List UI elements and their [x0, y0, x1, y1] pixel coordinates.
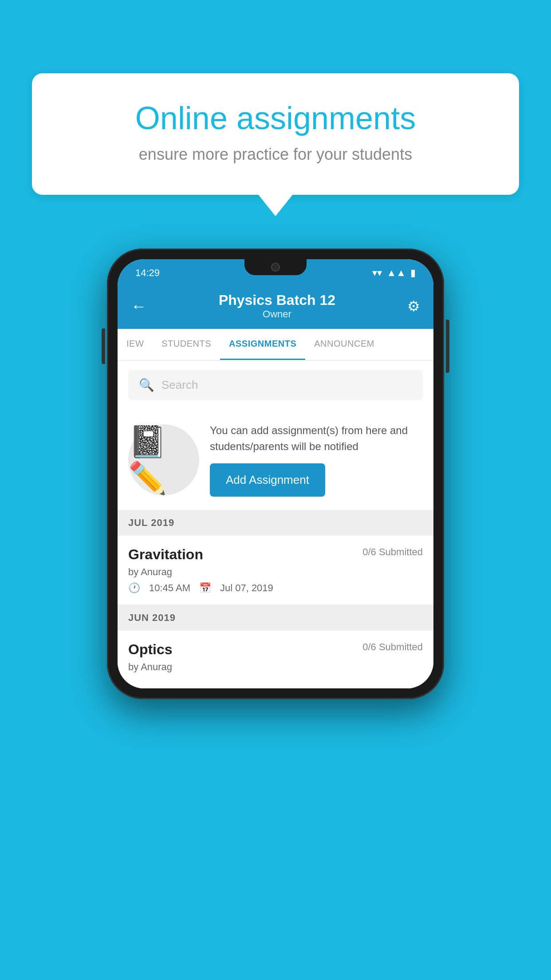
promo-text: You can add assignment(s) from here and … — [210, 423, 423, 454]
assignment-row1: Gravitation 0/6 Submitted — [128, 546, 423, 563]
assignment-time: 10:45 AM — [149, 582, 190, 594]
volume-button — [102, 328, 105, 364]
time-icon: 🕐 — [128, 582, 140, 594]
bubble-title: Online assignments — [63, 100, 488, 136]
assignment-item-optics[interactable]: Optics 0/6 Submitted by Anurag — [118, 631, 433, 688]
search-container: 🔍 Search — [118, 361, 433, 409]
assignment-name: Gravitation — [128, 546, 203, 563]
search-placeholder: Search — [161, 378, 198, 392]
assignment-name-optics: Optics — [128, 641, 173, 658]
tab-announcements[interactable]: ANNOUNCEM — [305, 329, 383, 360]
tab-students[interactable]: STUDENTS — [153, 329, 220, 360]
assignment-author: by Anurag — [128, 566, 423, 578]
calendar-icon: 📅 — [199, 582, 211, 594]
section-header-jun: JUN 2019 — [118, 605, 433, 631]
tab-iew[interactable]: IEW — [118, 329, 153, 360]
back-button[interactable]: ← — [131, 297, 147, 316]
add-assignment-button[interactable]: Add Assignment — [210, 463, 325, 497]
search-box[interactable]: 🔍 Search — [128, 370, 423, 400]
settings-button[interactable]: ⚙ — [407, 298, 420, 315]
header-subtitle: Owner — [219, 308, 335, 320]
promo-section: 📓✏️ You can add assignment(s) from here … — [118, 409, 433, 510]
phone-notch — [244, 259, 307, 275]
search-icon: 🔍 — [139, 378, 154, 392]
tabs-bar: IEW STUDENTS ASSIGNMENTS ANNOUNCEM — [118, 329, 433, 361]
assignment-author-optics: by Anurag — [128, 661, 423, 673]
phone-wrapper: 14:29 ▾▾ ▲▲ ▮ ← Physics Batch 12 Owner ⚙… — [107, 249, 444, 699]
promo-content: You can add assignment(s) from here and … — [210, 423, 423, 497]
header-title: Physics Batch 12 — [219, 292, 335, 308]
bubble-subtitle: ensure more practice for your students — [63, 145, 488, 164]
assignment-meta: 🕐 10:45 AM 📅 Jul 07, 2019 — [128, 582, 423, 594]
phone-outer: 14:29 ▾▾ ▲▲ ▮ ← Physics Batch 12 Owner ⚙… — [107, 249, 444, 699]
assignment-row1-optics: Optics 0/6 Submitted — [128, 641, 423, 658]
status-time: 14:29 — [135, 267, 160, 279]
phone-camera — [271, 263, 280, 272]
assignment-date: Jul 07, 2019 — [220, 582, 273, 594]
signal-icon: ▲▲ — [386, 267, 406, 279]
tab-assignments[interactable]: ASSIGNMENTS — [220, 329, 305, 360]
battery-icon: ▮ — [410, 267, 416, 279]
notebook-icon: 📓✏️ — [128, 423, 199, 496]
power-button — [446, 320, 449, 373]
promo-icon-circle: 📓✏️ — [128, 424, 199, 495]
phone-screen: 14:29 ▾▾ ▲▲ ▮ ← Physics Batch 12 Owner ⚙… — [118, 259, 433, 688]
assignment-submitted-optics: 0/6 Submitted — [362, 641, 423, 653]
header-center: Physics Batch 12 Owner — [219, 292, 335, 320]
section-header-jul: JUL 2019 — [118, 510, 433, 536]
wifi-icon: ▾▾ — [372, 267, 382, 279]
assignment-submitted: 0/6 Submitted — [362, 546, 423, 558]
assignment-item-gravitation[interactable]: Gravitation 0/6 Submitted by Anurag 🕐 10… — [118, 536, 433, 605]
status-icons: ▾▾ ▲▲ ▮ — [372, 267, 416, 279]
app-header: ← Physics Batch 12 Owner ⚙ — [118, 283, 433, 329]
speech-bubble: Online assignments ensure more practice … — [32, 73, 519, 195]
